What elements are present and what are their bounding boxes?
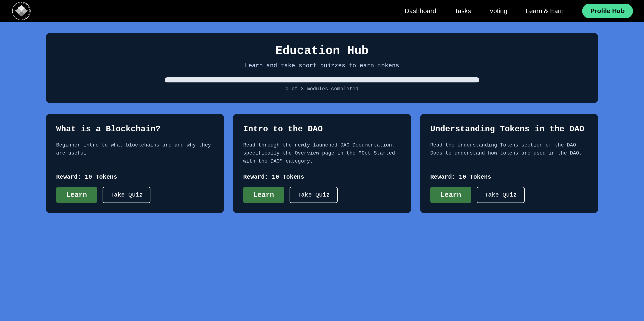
main-content: Education Hub Learn and take short quizz… (0, 22, 644, 224)
nav-voting[interactable]: Voting (490, 7, 508, 15)
module-1-reward: Reward: 10 Tokens (56, 173, 214, 180)
module-2-actions: Learn Take Quiz (243, 187, 401, 203)
module-2-learn-button[interactable]: Learn (243, 187, 284, 203)
module-1-quiz-button[interactable]: Take Quiz (102, 187, 150, 203)
module-1-actions: Learn Take Quiz (56, 187, 214, 203)
module-3-description: Read the Understanding Tokens section of… (430, 141, 588, 165)
module-grid: What is a Blockchain? Beginner intro to … (46, 114, 598, 213)
module-3-reward: Reward: 10 Tokens (430, 173, 588, 180)
module-card-3: Understanding Tokens in the DAO Read the… (420, 114, 598, 213)
logo-icon: KU BLOCKCHAIN INSTITUTE (11, 2, 32, 20)
progress-bar-container (165, 77, 479, 82)
edu-hub-title: Education Hub (60, 44, 584, 58)
module-2-title: Intro to the DAO (243, 124, 401, 135)
module-3-title: Understanding Tokens in the DAO (430, 124, 588, 135)
module-2-reward: Reward: 10 Tokens (243, 173, 401, 180)
module-1-learn-button[interactable]: Learn (56, 187, 97, 203)
edu-hub-subtitle: Learn and take short quizzes to earn tok… (60, 62, 584, 69)
nav-tasks[interactable]: Tasks (454, 7, 471, 15)
nav-links: Dashboard Tasks Voting Learn & Earn (404, 7, 564, 15)
module-1-description: Beginner intro to what blockchains are a… (56, 141, 214, 165)
navbar: KU BLOCKCHAIN INSTITUTE Dashboard Tasks … (0, 0, 644, 22)
nav-dashboard[interactable]: Dashboard (404, 7, 436, 15)
nav-learn-earn[interactable]: Learn & Earn (526, 7, 564, 15)
module-card-1: What is a Blockchain? Beginner intro to … (46, 114, 224, 213)
education-hub-card: Education Hub Learn and take short quizz… (46, 33, 598, 103)
logo: KU BLOCKCHAIN INSTITUTE (11, 2, 32, 20)
module-2-quiz-button[interactable]: Take Quiz (290, 187, 338, 203)
module-2-description: Read through the newly launched DAO Docu… (243, 141, 401, 165)
module-card-2: Intro to the DAO Read through the newly … (233, 114, 411, 213)
module-1-title: What is a Blockchain? (56, 124, 214, 135)
profile-hub-button[interactable]: Profile Hub (582, 4, 633, 18)
module-3-quiz-button[interactable]: Take Quiz (477, 187, 525, 203)
module-3-actions: Learn Take Quiz (430, 187, 588, 203)
progress-text: 0 of 3 modules completed (60, 86, 584, 92)
module-3-learn-button[interactable]: Learn (430, 187, 471, 203)
